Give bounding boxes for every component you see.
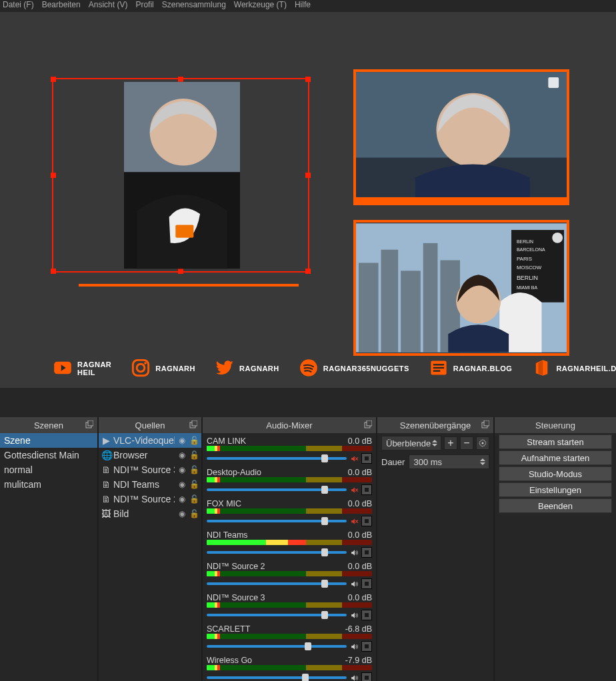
menu-item[interactable]: Hilfe [295, 0, 311, 9]
svg-rect-9 [359, 263, 379, 352]
source-name: Bild [113, 508, 175, 519]
preview-area[interactable]: BERLIN BARCELONA PARIS MOSCOW BERLIN MIA… [0, 12, 616, 388]
source-row[interactable]: 🖼Bild◉🔓 [99, 506, 201, 521]
scene-row[interactable]: Szene [0, 433, 97, 448]
visibility-icon[interactable]: ◉ [177, 480, 187, 489]
source-row[interactable]: 🗎NDI™ Source 3◉🔓 [99, 462, 201, 477]
channel-name: CAM LINK [207, 436, 246, 446]
dock-header[interactable]: Quellen [99, 417, 201, 433]
start-stream-button[interactable]: Stream starten [499, 434, 612, 449]
blog-icon [429, 358, 448, 378]
channel-options-button[interactable] [361, 516, 372, 526]
menu-item[interactable]: Datei (F) [3, 0, 34, 9]
mute-icon[interactable] [349, 454, 359, 463]
vu-meter [207, 446, 372, 451]
sources-list[interactable]: ▶VLC-Videoquelle◉🔓🌐Browser◉🔓🗎NDI™ Source… [99, 433, 201, 681]
speaker-icon[interactable] [349, 548, 359, 557]
volume-slider[interactable] [207, 551, 347, 554]
speaker-icon[interactable] [349, 673, 359, 681]
channel-name: NDI™ Source 2 [207, 562, 265, 571]
svg-rect-46 [484, 420, 489, 426]
dock-header[interactable]: Audio-Mixer [203, 417, 376, 433]
scenes-list[interactable]: Szene Gottesdienst Main normal mulitcam [0, 433, 97, 681]
channel-options-button[interactable] [361, 672, 372, 681]
menu-item[interactable]: Ansicht (V) [89, 0, 128, 9]
social-label: RAGNARHEIL.DE [556, 364, 616, 372]
channel-options-button[interactable] [361, 641, 372, 652]
source-row[interactable]: 🗎NDI™ Source 2◉🔓 [99, 492, 201, 506]
speaker-icon[interactable] [349, 610, 359, 620]
channel-db: 0.0 dB [348, 468, 372, 477]
mixer-channels: CAM LINK0.0 dBDesktop-Audio0.0 dBFOX MIC… [203, 433, 376, 681]
channel-db: -6.8 dB [345, 624, 372, 634]
dock-header[interactable]: Steuerung [495, 417, 616, 433]
controls-list: Stream starten Aufnahme starten Studio-M… [495, 433, 616, 514]
channel-name: Desktop-Audio [207, 468, 261, 477]
volume-slider[interactable] [207, 645, 347, 648]
lock-icon[interactable]: 🔓 [189, 480, 199, 489]
mute-icon[interactable] [349, 485, 359, 494]
source-row[interactable]: 🗎NDI Teams◉🔓 [99, 477, 201, 492]
lock-icon[interactable]: 🔓 [189, 494, 199, 504]
lock-icon[interactable]: 🔓 [189, 450, 199, 460]
transitions-dock: Szenenübergänge Überblende + − Dauer 300… [377, 417, 493, 681]
visibility-icon[interactable]: ◉ [177, 465, 187, 474]
popout-icon[interactable] [189, 420, 197, 430]
svg-point-26 [137, 364, 145, 372]
start-record-button[interactable]: Aufnahme starten [499, 450, 612, 465]
svg-point-47 [482, 442, 484, 444]
transition-settings-button[interactable] [476, 436, 489, 450]
volume-slider[interactable] [207, 676, 347, 679]
visibility-icon[interactable]: ◉ [177, 494, 187, 504]
volume-slider[interactable] [207, 614, 347, 616]
mute-icon[interactable] [349, 516, 359, 526]
duration-input[interactable]: 300 ms [409, 454, 489, 469]
scene-row[interactable]: mulitcam [0, 477, 97, 492]
volume-slider[interactable] [207, 520, 347, 522]
studio-mode-button[interactable]: Studio-Modus [499, 466, 612, 481]
menu-item[interactable]: Szenensammlung [162, 0, 226, 9]
lock-icon[interactable]: 🔓 [189, 509, 199, 518]
channel-options-button[interactable] [361, 547, 372, 558]
channel-options-button[interactable] [361, 453, 372, 464]
svg-rect-7 [548, 77, 559, 88]
visibility-icon[interactable]: ◉ [177, 436, 187, 445]
lock-icon[interactable]: 🔓 [189, 436, 199, 445]
dock-title: Szenen [34, 420, 63, 430]
settings-button[interactable]: Einstellungen [499, 482, 612, 497]
menu-item[interactable]: Werkzeuge (T) [234, 0, 287, 9]
svg-rect-31 [433, 367, 444, 368]
volume-slider[interactable] [207, 582, 347, 585]
menu-item[interactable]: Profil [135, 0, 153, 9]
remove-transition-button[interactable]: − [460, 436, 473, 450]
lock-icon[interactable]: 🔓 [189, 465, 199, 474]
channel-options-button[interactable] [361, 484, 372, 495]
channel-options-button[interactable] [361, 578, 372, 589]
popout-icon[interactable] [364, 420, 372, 430]
exit-button[interactable]: Beenden [499, 498, 612, 513]
scene-row[interactable]: normal [0, 462, 97, 477]
channel-options-button[interactable] [361, 610, 372, 620]
volume-slider[interactable] [207, 457, 347, 460]
visibility-icon[interactable]: ◉ [177, 509, 187, 518]
svg-rect-30 [433, 364, 444, 365]
dock-header[interactable]: Szenenübergänge [377, 417, 493, 433]
svg-rect-32 [433, 370, 441, 372]
speaker-icon[interactable] [349, 642, 359, 651]
visibility-icon[interactable]: ◉ [177, 450, 187, 460]
source-type-icon: 🗎 [101, 494, 111, 504]
svg-text:BERLIN: BERLIN [517, 239, 533, 244]
scene-row[interactable]: Gottesdienst Main [0, 448, 97, 462]
popout-icon[interactable] [85, 420, 93, 430]
channel-name: NDI Teams [207, 530, 248, 540]
volume-slider[interactable] [207, 488, 347, 491]
add-transition-button[interactable]: + [444, 436, 457, 450]
dock-header[interactable]: Szenen [0, 417, 97, 433]
source-row[interactable]: ▶VLC-Videoquelle◉🔓 [99, 433, 201, 448]
source-row[interactable]: 🌐Browser◉🔓 [99, 448, 201, 462]
transition-select[interactable]: Überblende [381, 436, 441, 450]
selected-source-bounds[interactable] [52, 78, 309, 273]
menu-item[interactable]: Bearbeiten [42, 0, 81, 9]
popout-icon[interactable] [481, 420, 489, 430]
speaker-icon[interactable] [349, 579, 359, 588]
